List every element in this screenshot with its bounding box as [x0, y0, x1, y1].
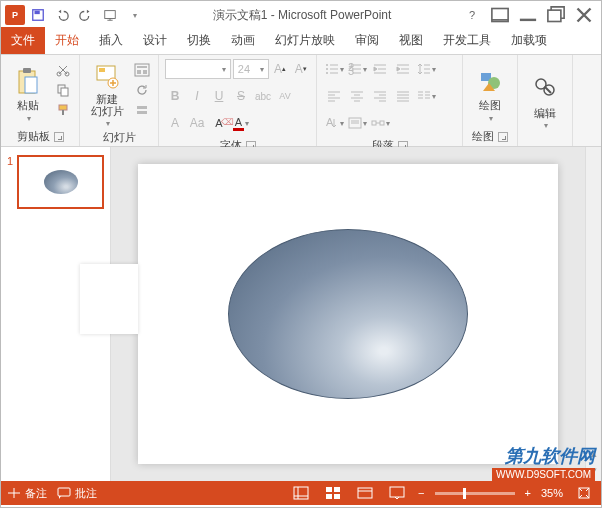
- zoom-level[interactable]: 35%: [541, 487, 563, 499]
- clipboard-launcher-icon[interactable]: [54, 132, 64, 142]
- columns-icon[interactable]: ▾: [415, 86, 437, 106]
- shrink-font-icon[interactable]: A▾: [291, 59, 310, 79]
- zoom-out-button[interactable]: −: [418, 487, 424, 499]
- layout-icon[interactable]: [132, 61, 152, 79]
- group-clipboard-label: 剪贴板: [17, 129, 50, 144]
- thumb-ellipse-icon: [44, 170, 78, 194]
- reset-icon[interactable]: [132, 81, 152, 99]
- tab-view[interactable]: 视图: [389, 27, 433, 54]
- fit-window-icon[interactable]: [573, 484, 595, 502]
- bold-button[interactable]: B: [165, 86, 185, 106]
- new-slide-button[interactable]: 新建 幻灯片 ▾: [86, 59, 128, 128]
- tab-design[interactable]: 设计: [133, 27, 177, 54]
- tab-file[interactable]: 文件: [1, 27, 45, 54]
- tab-review[interactable]: 审阅: [345, 27, 389, 54]
- change-case-icon[interactable]: Aa: [187, 113, 207, 133]
- smartart-icon[interactable]: ▾: [369, 113, 391, 133]
- svg-rect-31: [380, 121, 384, 125]
- svg-rect-18: [137, 70, 141, 74]
- restore-icon[interactable]: [543, 4, 569, 26]
- group-clipboard: 粘贴 ▾ 剪贴板: [1, 55, 80, 146]
- slideshow-view-icon[interactable]: [386, 484, 408, 502]
- svg-rect-11: [61, 88, 68, 96]
- bullets-icon[interactable]: ▾: [323, 59, 345, 79]
- sorter-view-icon[interactable]: [322, 484, 344, 502]
- drawing-button[interactable]: 绘图 ▾: [469, 59, 511, 127]
- ribbon: 粘贴 ▾ 剪贴板 新建 幻灯片 ▾ 幻灯片: [1, 55, 601, 147]
- ribbon-tabs: 文件 开始 插入 设计 切换 动画 幻灯片放映 审阅 视图 开发工具 加载项: [1, 29, 601, 55]
- drawing-launcher-icon[interactable]: [498, 132, 508, 142]
- help-icon[interactable]: ?: [459, 4, 485, 26]
- slide-canvas-area[interactable]: [111, 147, 585, 481]
- vertical-scrollbar[interactable]: ▴ ▾: [585, 147, 601, 481]
- slide-thumbnail-1[interactable]: [17, 155, 104, 209]
- group-drawing-label: 绘图: [472, 129, 494, 144]
- tab-developer[interactable]: 开发工具: [433, 27, 501, 54]
- editing-button[interactable]: 编辑 ▾: [524, 59, 566, 142]
- slide[interactable]: [138, 164, 558, 464]
- numbering-icon[interactable]: 123▾: [346, 59, 368, 79]
- char-spacing-button[interactable]: AV: [275, 86, 295, 106]
- zoom-in-button[interactable]: +: [525, 487, 531, 499]
- paste-button[interactable]: 粘贴 ▾: [7, 59, 49, 127]
- tab-transitions[interactable]: 切换: [177, 27, 221, 54]
- align-right-icon[interactable]: [369, 86, 391, 106]
- normal-view-icon[interactable]: [290, 484, 312, 502]
- reading-view-icon[interactable]: [354, 484, 376, 502]
- format-painter-icon[interactable]: [53, 101, 73, 119]
- svg-rect-19: [143, 70, 147, 74]
- close-icon[interactable]: [571, 4, 597, 26]
- undo-icon[interactable]: [51, 4, 73, 26]
- app-icon: P: [5, 5, 25, 25]
- notes-button[interactable]: 备注: [7, 486, 47, 501]
- indent-inc-icon[interactable]: [392, 59, 414, 79]
- group-editing: 编辑 ▾: [518, 55, 573, 146]
- align-center-icon[interactable]: [346, 86, 368, 106]
- qat-more-icon[interactable]: ▾: [123, 4, 145, 26]
- align-left-icon[interactable]: [323, 86, 345, 106]
- font-size-select[interactable]: 24▾: [233, 59, 269, 79]
- underline-button[interactable]: U: [209, 86, 229, 106]
- cut-icon[interactable]: [53, 61, 73, 79]
- svg-rect-21: [137, 111, 147, 114]
- group-editing-label: [524, 142, 566, 146]
- strike-button[interactable]: S: [231, 86, 251, 106]
- shadow-button[interactable]: abc: [253, 86, 273, 106]
- floating-panel: [80, 264, 138, 334]
- align-text-icon[interactable]: ▾: [346, 113, 368, 133]
- tab-animations[interactable]: 动画: [221, 27, 265, 54]
- status-bar: 备注 批注 − + 35%: [1, 481, 601, 505]
- section-icon[interactable]: [132, 101, 152, 119]
- svg-rect-2: [105, 11, 116, 19]
- italic-button[interactable]: I: [187, 86, 207, 106]
- tab-slideshow[interactable]: 幻灯片放映: [265, 27, 345, 54]
- font-grow-a-icon[interactable]: A: [165, 113, 185, 133]
- clear-format-icon[interactable]: A⌫: [209, 113, 229, 133]
- redo-icon[interactable]: [75, 4, 97, 26]
- svg-rect-41: [334, 494, 340, 499]
- svg-rect-30: [372, 121, 376, 125]
- tab-home[interactable]: 开始: [45, 27, 89, 54]
- ribbon-options-icon[interactable]: [487, 4, 513, 26]
- svg-point-22: [326, 64, 328, 66]
- indent-dec-icon[interactable]: [369, 59, 391, 79]
- text-direction-icon[interactable]: A▾: [323, 113, 345, 133]
- save-icon[interactable]: [27, 4, 49, 26]
- comments-button[interactable]: 批注: [57, 486, 97, 501]
- grow-font-icon[interactable]: A▴: [271, 59, 290, 79]
- font-family-select[interactable]: ▾: [165, 59, 231, 79]
- tab-insert[interactable]: 插入: [89, 27, 133, 54]
- slideshow-icon[interactable]: [99, 4, 121, 26]
- prev-slide-icon[interactable]: ▴: [591, 447, 597, 460]
- thumb-number: 1: [7, 155, 13, 209]
- justify-icon[interactable]: [392, 86, 414, 106]
- next-slide-icon[interactable]: ▾: [591, 464, 597, 477]
- group-paragraph: ▾ 123▾ ▾ ▾ A▾ ▾ ▾ 段落: [317, 55, 463, 146]
- copy-icon[interactable]: [53, 81, 73, 99]
- zoom-slider[interactable]: [435, 492, 515, 495]
- tab-addins[interactable]: 加载项: [501, 27, 557, 54]
- ellipse-shape[interactable]: [228, 229, 468, 399]
- minimize-icon[interactable]: [515, 4, 541, 26]
- line-spacing-icon[interactable]: ▾: [415, 59, 437, 79]
- group-drawing: 绘图 ▾ 绘图: [463, 55, 518, 146]
